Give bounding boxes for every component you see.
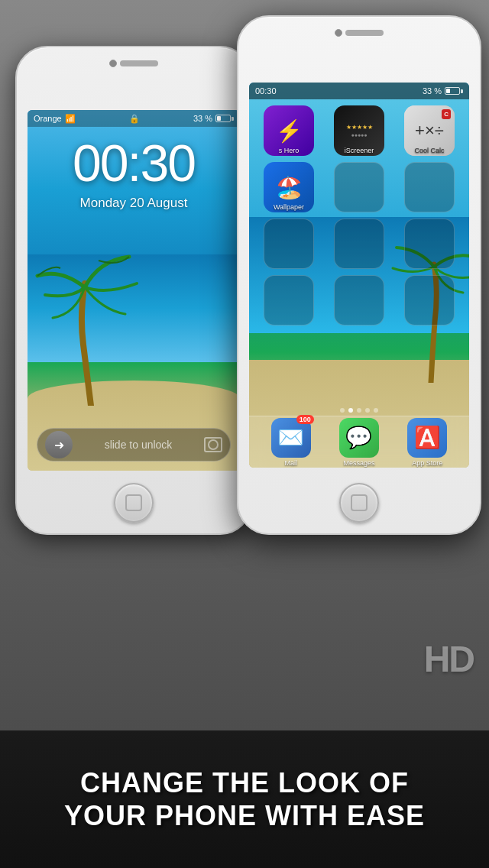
app-row-4 [254, 275, 465, 326]
phones-area: Orange 📶 🔒 33 % 00:30 Monday 20 [0, 15, 489, 749]
app-wallpaper-label: Wallpaper [264, 203, 314, 211]
camera-dot [109, 60, 117, 67]
app-coolcalc[interactable]: C +×÷ Cool Calc [404, 105, 455, 156]
left-phone-screen: Orange 📶 🔒 33 % 00:30 Monday 20 [28, 110, 240, 471]
app-empty-2 [404, 162, 455, 212]
lockscreen: Orange 📶 🔒 33 % 00:30 Monday 20 [28, 110, 240, 471]
mail-label: Mail [284, 459, 297, 467]
dock-messages[interactable]: 💬 Messages [339, 418, 379, 467]
banner-text-line2: YOUR PHONE WITH EASE [64, 800, 425, 831]
right-phone-screen: 00:30 33 % [249, 83, 469, 468]
iscreener-stars: ★★★★★ [346, 125, 373, 131]
appstore-label: App Store [412, 459, 442, 467]
app-hero[interactable]: ⚡ s Hero [264, 105, 314, 156]
dock: ✉️ 100 Mail 💬 Messages [249, 416, 469, 468]
app-empty-1 [334, 162, 384, 212]
left-status-bar: Orange 📶 🔒 33 % [28, 110, 240, 127]
speaker-grill [120, 60, 158, 66]
battery-icon-left [215, 115, 234, 122]
right-home-button-inner [351, 494, 368, 511]
dot-3 [357, 408, 361, 413]
dock-mail[interactable]: ✉️ 100 Mail [271, 418, 311, 467]
palm-tree-left [30, 253, 152, 406]
camera-button[interactable] [204, 437, 222, 452]
dot-4 [365, 408, 370, 413]
app-iscreener[interactable]: ★★★★★ ●●●●● iScreener [334, 105, 384, 156]
battery-icon-right [445, 87, 463, 95]
banner-line1: CHANGE THE LOOK OF YOUR PHONE WITH EASE [64, 766, 425, 832]
page-dots [249, 408, 469, 413]
hd-badge: HD [424, 638, 474, 680]
app-row-3 [254, 219, 465, 269]
messages-icon[interactable]: 💬 [339, 418, 379, 458]
appstore-icon[interactable]: 🅰️ [407, 418, 447, 458]
right-status-bar: 00:30 33 % [249, 83, 469, 99]
left-phone-speaker [109, 60, 158, 67]
slide-arrow-button[interactable]: ➜ [45, 431, 73, 458]
app-row-1: ⚡ s Hero ★★★★★ ●●●●● iScreener [254, 105, 465, 156]
wifi-icon: 📶 [65, 114, 76, 124]
speaker-grill-right [345, 30, 384, 36]
phone-right: 00:30 33 % [237, 15, 481, 535]
app-empty-4 [334, 219, 384, 269]
carrier-name: Orange [34, 114, 62, 123]
mail-icon[interactable]: ✉️ 100 [271, 418, 311, 458]
lock-icon: 🔒 [129, 114, 140, 124]
app-coolcalc-label: Cool Calc [404, 147, 455, 154]
right-status-time: 00:30 [255, 86, 277, 96]
app-hero-label: s Hero [264, 147, 314, 154]
battery-percent-left: 33 % [193, 114, 212, 123]
phone-left: Orange 📶 🔒 33 % 00:30 Monday 20 [15, 46, 252, 535]
slide-to-unlock-bar[interactable]: ➜ slide to unlock [37, 428, 231, 462]
lockscreen-date: Monday 20 August [28, 196, 240, 211]
dot-5 [374, 408, 378, 413]
dot-2 [348, 408, 353, 413]
right-phone-speaker [335, 29, 384, 37]
app-empty-8 [404, 275, 455, 326]
lockscreen-time: 00:30 [28, 133, 240, 193]
app-empty-6 [264, 275, 314, 326]
app-iscreener-label: iScreener [334, 147, 384, 154]
messages-label: Messages [343, 459, 374, 467]
app-empty-3 [264, 219, 314, 269]
right-home-button[interactable] [339, 483, 379, 523]
mail-badge: 100 [296, 415, 314, 424]
bottom-banner: CHANGE THE LOOK OF YOUR PHONE WITH EASE [0, 730, 489, 868]
slide-to-unlock-text: slide to unlock [73, 439, 204, 451]
right-battery-percent: 33 % [423, 86, 442, 96]
app-grid: ⚡ s Hero ★★★★★ ●●●●● iScreener [249, 101, 469, 336]
left-home-button[interactable] [114, 483, 154, 523]
camera-dot-right [335, 29, 342, 37]
home-button-inner [125, 494, 142, 511]
dock-appstore[interactable]: 🅰️ App Store [407, 418, 447, 467]
banner-text-line1: CHANGE THE LOOK OF [80, 767, 409, 798]
app-row-2: 🏖️ Wallpaper [254, 162, 465, 212]
app-wallpaper[interactable]: 🏖️ Wallpaper [264, 162, 314, 212]
dot-1 [340, 408, 345, 413]
app-empty-7 [334, 275, 384, 326]
app-empty-5 [404, 219, 455, 269]
homescreen: 00:30 33 % [249, 83, 469, 468]
